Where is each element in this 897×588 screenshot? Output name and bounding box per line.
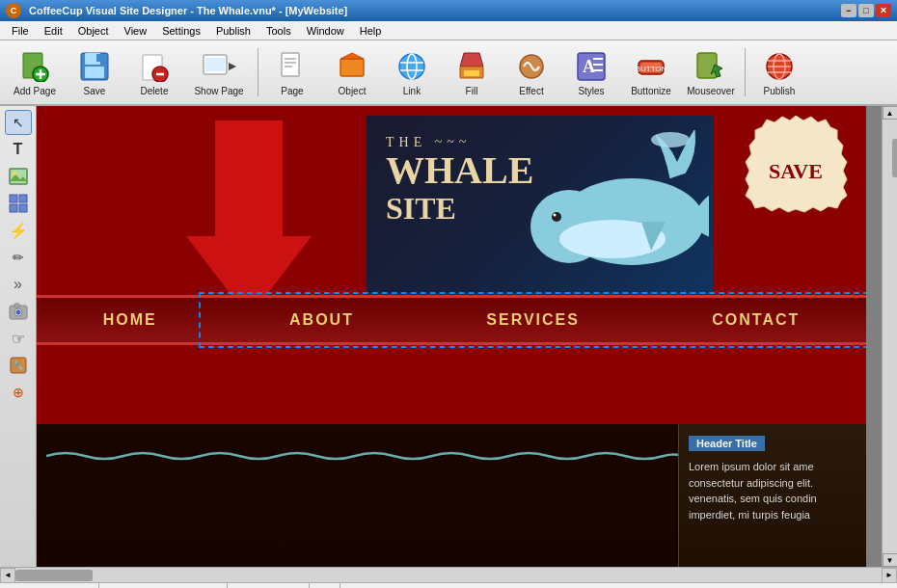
nav-about[interactable]: ABOUT — [289, 311, 354, 329]
flash-tool[interactable]: ⚡ — [5, 218, 32, 243]
status-coordinates: x: 465 y:904 — [228, 583, 310, 588]
scroll-right-arrow[interactable]: ► — [882, 568, 897, 583]
show-page-label: Show Page — [194, 86, 243, 96]
site-content: SAVE MONEY Header Title Lorem ipsum dolo… — [37, 424, 866, 567]
effect-icon — [514, 49, 549, 84]
close-button[interactable]: ✕ — [876, 4, 891, 17]
pencil-tool[interactable]: ✏ — [5, 245, 32, 270]
menu-tools[interactable]: Tools — [258, 23, 299, 39]
page-button[interactable]: Page — [263, 44, 321, 100]
h-scrollbar[interactable]: ◄ ► — [0, 567, 897, 582]
minimize-button[interactable]: − — [841, 4, 856, 17]
window-controls: − □ ✕ — [841, 4, 891, 17]
add-page-icon — [17, 49, 52, 84]
nav-services[interactable]: SERVICES — [486, 311, 580, 329]
svg-point-58 — [552, 212, 561, 222]
content-right-panel: Header Title Lorem ipsum dolor sit ame c… — [678, 424, 866, 567]
buttonize-button[interactable]: BUTTON Buttonize — [622, 44, 680, 100]
maximize-button[interactable]: □ — [858, 4, 874, 17]
svg-text:BUTTON: BUTTON — [636, 65, 666, 73]
menu-publish[interactable]: Publish — [208, 23, 258, 39]
the-text: THE ~~~ — [386, 135, 533, 149]
scroll-up-arrow[interactable]: ▲ — [883, 106, 898, 120]
h-scroll-thumb[interactable] — [15, 570, 93, 581]
site-canvas: THE ~~~ WHALE SITE — [37, 106, 866, 567]
save-badge-svg: SAVE — [741, 116, 852, 222]
nav-tool[interactable]: » — [5, 272, 32, 297]
status-image: Image : footer_bg.png — [99, 583, 228, 588]
text-tool[interactable]: T — [5, 137, 32, 162]
lorem-text: Lorem ipsum dolor sit ame consectetur ad… — [689, 459, 856, 522]
right-scrollbar[interactable]: ▲ ▼ — [882, 106, 897, 567]
delete-button[interactable]: Delete — [125, 44, 183, 100]
svg-text:SAVE: SAVE — [769, 159, 823, 183]
show-page-button[interactable]: Show Page — [185, 44, 253, 100]
svg-marker-19 — [340, 53, 364, 59]
mouseover-icon — [693, 49, 728, 84]
effect-button[interactable]: Effect — [503, 44, 560, 100]
buttonize-icon: BUTTON — [634, 49, 668, 84]
extra-tool-2[interactable]: ⊕ — [5, 380, 32, 405]
whale-title-text: THE ~~~ WHALE SITE — [386, 135, 533, 227]
styles-button[interactable]: A Styles — [562, 44, 620, 100]
fill-button[interactable]: Fill — [443, 44, 501, 100]
svg-rect-45 — [10, 195, 17, 202]
publish-icon — [762, 49, 797, 84]
link-icon — [394, 49, 429, 84]
link-label: Link — [403, 86, 421, 96]
svg-rect-47 — [10, 204, 17, 212]
svg-rect-18 — [340, 59, 364, 76]
svg-rect-52 — [14, 304, 19, 307]
scroll-down-arrow[interactable]: ▼ — [883, 553, 898, 567]
photo-tool[interactable] — [5, 299, 32, 324]
save-button[interactable]: Save — [66, 44, 123, 100]
canvas-wrap[interactable]: THE ~~~ WHALE SITE — [37, 106, 882, 567]
extra-tool-1[interactable]: 🔧 — [5, 353, 32, 378]
publish-button[interactable]: Publish — [750, 44, 808, 100]
add-page-button[interactable]: Add Page — [6, 44, 64, 100]
status-bar: Status : Original Image : footer_bg.png … — [0, 582, 897, 588]
menu-view[interactable]: View — [117, 23, 155, 39]
v-scroll-thumb[interactable] — [892, 139, 898, 177]
save-icon — [77, 49, 112, 84]
object-button[interactable]: Object — [323, 44, 381, 100]
menu-window[interactable]: Window — [299, 23, 352, 39]
link-button[interactable]: Link — [383, 44, 441, 100]
svg-rect-7 — [96, 54, 100, 62]
page-icon — [275, 49, 310, 84]
site-text: SITE — [386, 192, 533, 226]
grid-tool[interactable] — [5, 191, 32, 216]
publish-label: Publish — [764, 86, 796, 96]
fill-label: Fill — [466, 86, 478, 96]
whale-logo-box: THE ~~~ WHALE SITE — [367, 116, 714, 294]
menu-help[interactable]: Help — [352, 23, 390, 39]
menu-file[interactable]: File — [4, 23, 37, 39]
styles-label: Styles — [578, 86, 604, 96]
svg-rect-6 — [85, 67, 104, 78]
save-badge: SAVE — [741, 116, 852, 222]
svg-text:🔧: 🔧 — [13, 360, 25, 372]
svg-point-60 — [651, 132, 690, 147]
main-area: ↖ T ⚡ ✏ » — [0, 106, 897, 567]
nav-contact[interactable]: CONTACT — [712, 311, 800, 329]
image-tool[interactable] — [5, 164, 32, 189]
svg-rect-42 — [10, 169, 27, 184]
drag-tool[interactable]: ☞ — [5, 326, 32, 351]
delete-label: Delete — [141, 86, 169, 96]
menu-edit[interactable]: Edit — [37, 23, 70, 39]
svg-point-43 — [13, 172, 16, 175]
menu-settings[interactable]: Settings — [154, 23, 208, 39]
mouseover-button[interactable]: Mouseover — [682, 44, 740, 100]
whale-svg — [516, 125, 709, 280]
whale-text: WHALE — [386, 149, 533, 192]
show-page-icon — [202, 49, 236, 84]
nav-home[interactable]: HOME — [103, 311, 157, 329]
status-extra: F — [310, 583, 340, 588]
title-bar-text: CoffeeCup Visual Site Designer - The Wha… — [29, 5, 347, 16]
object-icon — [335, 49, 369, 84]
scroll-left-arrow[interactable]: ◄ — [0, 568, 15, 583]
svg-rect-12 — [205, 58, 225, 71]
menu-object[interactable]: Object — [70, 23, 117, 39]
pointer-tool[interactable]: ↖ — [5, 110, 32, 135]
effect-label: Effect — [519, 86, 543, 96]
